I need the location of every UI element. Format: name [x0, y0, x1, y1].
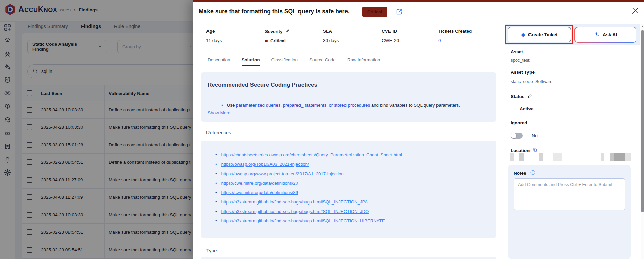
severity-dot — [265, 40, 268, 42]
reference-link-item: •https://h3xstream.github.io/find-sec-bu… — [215, 207, 402, 216]
scrollbar-up-arrow[interactable]: ▲ — [641, 25, 644, 27]
show-more-link[interactable]: Show More — [208, 110, 230, 115]
tab-solution[interactable]: Solution — [242, 55, 260, 66]
references-panel: •https://cheatsheetseries.owasp.org/chea… — [201, 141, 496, 238]
redacted-block — [601, 153, 604, 161]
reference-link[interactable]: https://cheatsheetseries.owasp.org/cheat… — [221, 152, 402, 157]
reference-link[interactable]: https://h3xstream.github.io/find-sec-bug… — [221, 209, 369, 214]
field-severity: Severity Critical — [265, 29, 290, 43]
redacted-block — [553, 153, 562, 161]
reference-link[interactable]: https://h3xstream.github.io/find-sec-bug… — [221, 218, 385, 223]
edit-status-icon[interactable] — [527, 94, 532, 99]
redacted-block — [614, 153, 625, 161]
notes-panel: Notes — [508, 165, 631, 259]
status-label: Status — [511, 94, 532, 99]
dialog-column-divider — [500, 24, 500, 259]
scrollbar-thumb[interactable] — [641, 30, 644, 212]
dialog-header: Make sure that formatting this SQL query… — [193, 2, 644, 24]
tab-classification[interactable]: Classification — [271, 55, 298, 66]
reference-link-item: •https://h3xstream.github.io/find-sec-bu… — [215, 197, 402, 207]
references-list: •https://cheatsheetseries.owasp.org/chea… — [215, 150, 402, 225]
sparkle-icon — [594, 31, 600, 38]
severity-badge: Critical — [362, 7, 387, 17]
reference-link-item: •https://cwe.mitre.org/data/definitions/… — [215, 188, 402, 197]
redacted-block — [610, 153, 614, 161]
asset-value: spoc_test — [511, 58, 530, 63]
reference-link-item: •https://owasp.org/www-project-top-ten/2… — [215, 169, 402, 178]
references-heading: References — [206, 130, 231, 135]
field-sla: SLA 30 days — [323, 29, 339, 43]
reference-link[interactable]: https://owasp.org/www-project-top-ten/20… — [221, 171, 344, 176]
status-value: Active — [520, 106, 534, 111]
close-icon[interactable] — [631, 6, 640, 15]
tab-source-code[interactable]: Source Code — [309, 55, 336, 66]
edit-severity-icon[interactable] — [285, 29, 290, 34]
field-cve-id: CVE ID CWE-20 — [382, 29, 399, 43]
dialog-scrollbar[interactable]: ▲ — [641, 24, 644, 259]
redacted-block — [519, 153, 524, 161]
solution-bullet: •Use parameterized queries, prepared_ st… — [221, 103, 460, 108]
reference-link-item: •https://h3xstream.github.io/find-sec-bu… — [215, 216, 402, 225]
solution-panel: Recommended Secure Coding Practices •Use… — [201, 72, 496, 122]
asset-type-value: static_code_Software — [511, 79, 552, 84]
asset-label: Asset — [511, 49, 523, 54]
type-panel — [201, 257, 496, 259]
diamond-icon: ◆ — [521, 32, 525, 38]
tickets-count[interactable]: 0 — [438, 38, 472, 43]
ignored-toggle[interactable] — [511, 133, 523, 139]
ignored-label: Ignored — [511, 120, 527, 125]
ignored-value: No — [532, 133, 538, 138]
reference-link[interactable]: https://h3xstream.github.io/find-sec-bug… — [221, 199, 368, 205]
type-heading: Type — [206, 248, 217, 253]
info-icon[interactable] — [530, 170, 536, 176]
reference-link-item: •https://owasp.org/Top10/A03_2021-Inject… — [215, 159, 402, 169]
redacted-block — [625, 153, 631, 161]
tab-description[interactable]: Description — [208, 55, 230, 66]
solution-heading: Recommended Secure Coding Practices — [208, 82, 317, 88]
redacted-block — [539, 153, 543, 161]
detail-tabs: Description Solution Classification Sour… — [200, 55, 502, 66]
notes-textarea[interactable] — [514, 178, 625, 210]
screen: ACCUKNOX Issues › Findings Findings Summ… — [0, 0, 644, 259]
field-tickets-created: Tickets Created 0 — [438, 29, 472, 43]
create-ticket-button[interactable]: ◆ Create Ticket — [508, 27, 571, 42]
finding-fields: Age 11 days Severity Critical SLA 30 day… — [193, 24, 502, 56]
solution-link[interactable]: parameterized queries, prepared_ stateme… — [236, 103, 370, 108]
notes-label: Notes — [514, 170, 536, 176]
copy-icon[interactable] — [533, 147, 538, 153]
external-link-icon[interactable] — [395, 8, 403, 16]
location-label: Location — [511, 147, 538, 153]
ask-ai-button[interactable]: Ask AI — [574, 27, 636, 43]
field-age: Age 11 days — [206, 29, 222, 43]
reference-link[interactable]: https://cwe.mitre.org/data/definitions/8… — [221, 190, 298, 195]
redacted-block — [510, 153, 514, 161]
reference-link[interactable]: https://cwe.mitre.org/data/definitions/2… — [221, 181, 298, 186]
finding-title: Make sure that formatting this SQL query… — [199, 8, 350, 15]
reference-link-item: •https://cwe.mitre.org/data/definitions/… — [215, 178, 402, 188]
tab-raw-information[interactable]: Raw Information — [347, 55, 380, 66]
asset-type-label: Asset Type — [511, 70, 535, 75]
reference-link[interactable]: https://owasp.org/Top10/A03_2021-Injecti… — [221, 162, 309, 167]
reference-link-item: •https://cheatsheetseries.owasp.org/chea… — [215, 150, 402, 159]
finding-detail-dialog: Make sure that formatting this SQL query… — [193, 0, 644, 259]
